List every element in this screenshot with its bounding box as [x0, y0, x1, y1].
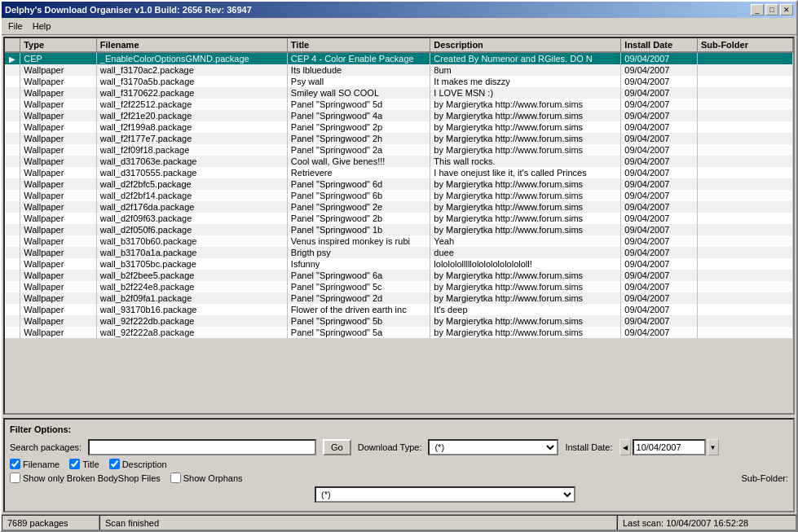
cell-title: Panel "Springwood" 5a — [287, 327, 430, 338]
col-filename-header[interactable]: Filename — [96, 38, 287, 52]
table-row[interactable]: ▶CEP_EnableColorOptionsGMND.packageCEP 4… — [5, 52, 793, 64]
minimize-button[interactable]: _ — [751, 4, 764, 15]
row-arrow — [5, 76, 20, 87]
filter-row-subfolder-select: (*) — [10, 486, 788, 503]
menu-bar: File Help — [2, 18, 796, 35]
cell-date: 09/04/2007 — [621, 292, 698, 304]
checkbox-filename[interactable] — [10, 459, 20, 469]
table-row[interactable]: Wallpaperwall_b31705bc.packageIsfunnylol… — [5, 258, 793, 270]
table-row[interactable]: Wallpaperwall_f2f177e7.packagePanel "Spr… — [5, 133, 793, 144]
cell-description: I LOVE MSN :) — [430, 87, 621, 99]
col-title-header[interactable]: Title — [287, 38, 430, 52]
cell-description: by Margierytka http://www.forum.sims — [430, 110, 621, 121]
table-row[interactable]: Wallpaperwall_f2f199a8.packagePanel "Spr… — [5, 121, 793, 133]
cell-filename: wall_d3170555.package — [96, 167, 287, 178]
date-next-button[interactable]: ▼ — [708, 439, 719, 455]
col-type-header[interactable]: Type — [20, 38, 97, 52]
table-row[interactable]: Wallpaperwall_d3170555.packageRetrievere… — [5, 167, 793, 178]
cell-type: Wallpaper — [20, 178, 97, 190]
table-row[interactable]: Wallpaperwall_d2f176da.packagePanel "Spr… — [5, 201, 793, 213]
table-row[interactable]: Wallpaperwall_f2f22512.packagePanel "Spr… — [5, 99, 793, 110]
cell-date: 09/04/2007 — [621, 247, 698, 258]
checkbox-description[interactable] — [109, 459, 120, 469]
table-row[interactable]: Wallpaperwall_b2f09fa1.packagePanel "Spr… — [5, 292, 793, 304]
table-row[interactable]: Wallpaperwall_d2f2bfc5.packagePanel "Spr… — [5, 178, 793, 190]
menu-help[interactable]: Help — [28, 20, 56, 33]
row-arrow — [5, 64, 20, 76]
search-input[interactable] — [88, 439, 316, 455]
table-row[interactable]: Wallpaperwall_d2f050f6.packagePanel "Spr… — [5, 224, 793, 235]
table-row[interactable]: Wallpaperwall_f2f09f18.packagePanel "Spr… — [5, 144, 793, 156]
cell-title: Cool wall, Give benes!!! — [287, 156, 430, 167]
table-row[interactable]: Wallpaperwall_d2f2bf14.packagePanel "Spr… — [5, 190, 793, 201]
table-row[interactable]: Wallpaperwall_f2f21e20.packagePanel "Spr… — [5, 110, 793, 121]
table-row[interactable]: Wallpaperwall_92f222db.packagePanel "Spr… — [5, 315, 793, 327]
cell-type: Wallpaper — [20, 64, 97, 76]
col-date-header[interactable]: Install Date — [621, 38, 698, 52]
content-area: Type Filename Title Description Install … — [2, 35, 796, 530]
close-button[interactable]: ✕ — [780, 4, 793, 15]
row-arrow — [5, 315, 20, 327]
col-arrow-header[interactable] — [5, 38, 20, 52]
cell-type: Wallpaper — [20, 315, 97, 327]
download-type-select[interactable]: (*) Wallpaper CEP Floor Object Recolor — [428, 439, 558, 455]
status-scan-status: Scan finished — [99, 515, 617, 530]
cell-title: Panel "Springwood" 1b — [287, 224, 430, 235]
cell-title: Panel "Springwood" 2a — [287, 144, 430, 156]
col-desc-header[interactable]: Description — [430, 38, 621, 52]
checkbox-broken[interactable] — [10, 473, 20, 483]
table-row[interactable]: Wallpaperwall_f3170622.packageSmiley wal… — [5, 87, 793, 99]
table-row[interactable]: Wallpaperwall_b3170a1a.packageBrigth psy… — [5, 247, 793, 258]
row-arrow — [5, 270, 20, 281]
row-arrow — [5, 213, 20, 224]
table-body: ▶CEP_EnableColorOptionsGMND.packageCEP 4… — [5, 52, 793, 338]
cell-date: 09/04/2007 — [621, 281, 698, 292]
go-button[interactable]: Go — [323, 439, 351, 455]
cell-subfolder — [697, 110, 792, 121]
subfolder-select[interactable]: (*) — [315, 486, 575, 503]
cell-description: by Margierytka http://www.forum.sims — [430, 315, 621, 327]
cell-date: 09/04/2007 — [621, 270, 698, 281]
checkbox-orphans[interactable] — [170, 473, 181, 483]
table-row[interactable]: Wallpaperwall_d317063e.packageCool wall,… — [5, 156, 793, 167]
cell-title: Brigth psy — [287, 247, 430, 258]
cell-type: Wallpaper — [20, 87, 97, 99]
table-row[interactable]: Wallpaperwall_b3170b60.packageVenus insp… — [5, 235, 793, 247]
install-date-input[interactable] — [633, 439, 706, 455]
cell-type: Wallpaper — [20, 76, 97, 87]
cell-date: 09/04/2007 — [621, 224, 698, 235]
checkbox-orphans-label[interactable]: Show Orphans — [170, 473, 243, 483]
subfolder-label: Sub-Folder: — [742, 473, 788, 483]
cell-description: Yeah — [430, 235, 621, 247]
checkbox-description-label[interactable]: Description — [109, 459, 167, 469]
table-row[interactable]: Wallpaperwall_f3170ac2.packageIts lblued… — [5, 64, 793, 76]
table-row[interactable]: Wallpaperwall_b2f224e8.packagePanel "Spr… — [5, 281, 793, 292]
cell-description: by Margierytka http://www.forum.sims — [430, 99, 621, 110]
cell-type: Wallpaper — [20, 304, 97, 315]
cell-description: by Margierytka http://www.forum.sims — [430, 270, 621, 281]
checkbox-title-label[interactable]: Title — [69, 459, 99, 469]
col-subfolder-header[interactable]: Sub-Folder — [697, 38, 792, 52]
table-row[interactable]: Wallpaperwall_92f222a8.packagePanel "Spr… — [5, 327, 793, 338]
maximize-button[interactable]: □ — [765, 4, 778, 15]
menu-file[interactable]: File — [3, 20, 28, 33]
table-row[interactable]: Wallpaperwall_d2f09f63.packagePanel "Spr… — [5, 213, 793, 224]
table-row[interactable]: Wallpaperwall_f3170a5b.packagePsy wallIt… — [5, 76, 793, 87]
checkbox-filename-label[interactable]: Filename — [10, 459, 60, 469]
date-prev-button[interactable]: ◀ — [619, 439, 631, 455]
cell-title: Retrievere — [287, 167, 430, 178]
table-row[interactable]: Wallpaperwall_93170b16.packageFlower of … — [5, 304, 793, 315]
cell-type: Wallpaper — [20, 99, 97, 110]
cell-description: lololololllllololololololololl! — [430, 258, 621, 270]
cell-description: by Margierytka http://www.forum.sims — [430, 178, 621, 190]
row-arrow — [5, 201, 20, 213]
cell-subfolder — [697, 304, 792, 315]
checkbox-broken-label[interactable]: Show only Broken BodyShop Files — [10, 473, 161, 483]
table-wrapper[interactable]: Type Filename Title Description Install … — [5, 38, 793, 413]
cell-description: by Margierytka http://www.forum.sims — [430, 144, 621, 156]
checkbox-title[interactable] — [69, 459, 80, 469]
cell-filename: wall_d2f050f6.package — [96, 224, 287, 235]
table-row[interactable]: Wallpaperwall_b2f2bee5.packagePanel "Spr… — [5, 270, 793, 281]
cell-date: 09/04/2007 — [621, 121, 698, 133]
cell-description: Created By Numenor and RGiles. DO N — [430, 52, 621, 64]
